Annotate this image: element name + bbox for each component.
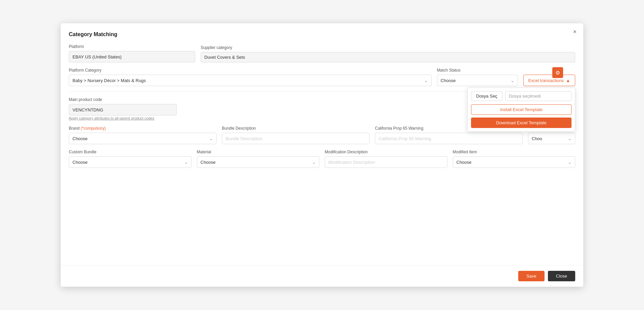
platform-category-select-wrapper: Baby > Nursery Décor > Mats & Rugs [69,75,432,86]
california-prop-input[interactable] [375,133,523,144]
platform-input[interactable] [69,51,195,62]
file-name-display: Dosya seçilmedi [505,91,572,101]
material-group: Material Choose [197,150,320,168]
match-status-label: Match Status [437,68,518,73]
modal-footer: Save Close [61,265,583,287]
category-matching-modal: Category Matching × Platform Supplier ca… [61,23,583,287]
supplier-category-label: Supplier category [201,45,575,50]
file-input-row: Dosya Seç Dosya seçilmedi [471,91,572,101]
excel-transactions-button[interactable]: Excel transactions ▲ [523,75,575,86]
custom-bundle-select-wrapper: Choose [69,156,192,168]
main-product-code-input[interactable] [69,104,177,115]
excel-transactions-group: Excel transactions ▲ Dosya Seç Dosya seç… [523,75,575,86]
gear-icon: ⚙ [555,70,560,76]
download-excel-button[interactable]: Download Excel Template [471,118,572,128]
save-button[interactable]: Save [518,271,545,281]
match-status-group: Match Status Choose Matched Unmatched [437,68,518,86]
modification-description-input[interactable] [325,156,447,168]
platform-group: Platform [69,44,195,62]
install-template-button[interactable]: Install Excel Template [471,104,572,115]
country-select-wrapper: Choo [528,133,575,144]
match-status-select[interactable]: Choose Matched Unmatched [437,75,518,86]
custom-bundle-label: Custom Bundle [69,150,192,154]
supplier-category-group: Supplier category [201,45,575,62]
material-select-wrapper: Choose [197,156,320,168]
modal-close-button[interactable]: × [573,29,577,35]
custom-bundle-select[interactable]: Choose [69,156,192,168]
modification-description-group: Modification Description [325,150,447,168]
modified-item-select-wrapper: Choose [453,156,576,168]
close-footer-button[interactable]: Close [548,271,575,281]
platform-category-group: Platform Category Baby > Nursery Décor >… [69,68,432,86]
material-select[interactable]: Choose [197,156,320,168]
brand-select-wrapper: Choose [69,133,216,144]
settings-icon[interactable]: ⚙ [552,67,563,78]
modal-title: Category Matching [69,31,575,37]
brand-group: Brand (*compulsory) Choose [69,126,216,144]
excel-transactions-label: Excel transactions [528,78,564,83]
platform-category-row: Platform Category Baby > Nursery Décor >… [69,68,575,86]
attributes-row-2: Custom Bundle Choose Material Choose Mod… [69,150,575,168]
platform-category-label: Platform Category [69,68,432,73]
modification-description-label: Modification Description [325,150,447,154]
bundle-description-group: Bundle Description [222,126,370,144]
platform-supplier-row: Platform Supplier category [69,44,575,62]
apply-category-link[interactable]: Apply category attributes to all parent … [69,116,154,120]
country-select[interactable]: Choo [528,133,575,144]
modified-item-label: Modified Item [453,150,576,154]
choose-file-button[interactable]: Dosya Seç [471,91,502,101]
platform-label: Platform [69,44,195,49]
modified-item-group: Modified Item Choose [453,150,576,168]
custom-bundle-group: Custom Bundle Choose [69,150,192,168]
brand-select[interactable]: Choose [69,133,216,144]
platform-category-select[interactable]: Baby > Nursery Décor > Mats & Rugs [69,75,432,86]
chevron-up-icon: ▲ [566,78,570,83]
supplier-category-input[interactable] [201,52,575,62]
excel-dropdown-panel: Dosya Seç Dosya seçilmedi Install Excel … [467,87,575,132]
modified-item-select[interactable]: Choose [453,156,576,168]
match-status-select-wrapper: Choose Matched Unmatched [437,75,518,86]
brand-label: Brand (*compulsory) [69,126,216,131]
bundle-description-label: Bundle Description [222,126,370,131]
material-label: Material [197,150,320,154]
bundle-description-input[interactable] [222,133,370,144]
